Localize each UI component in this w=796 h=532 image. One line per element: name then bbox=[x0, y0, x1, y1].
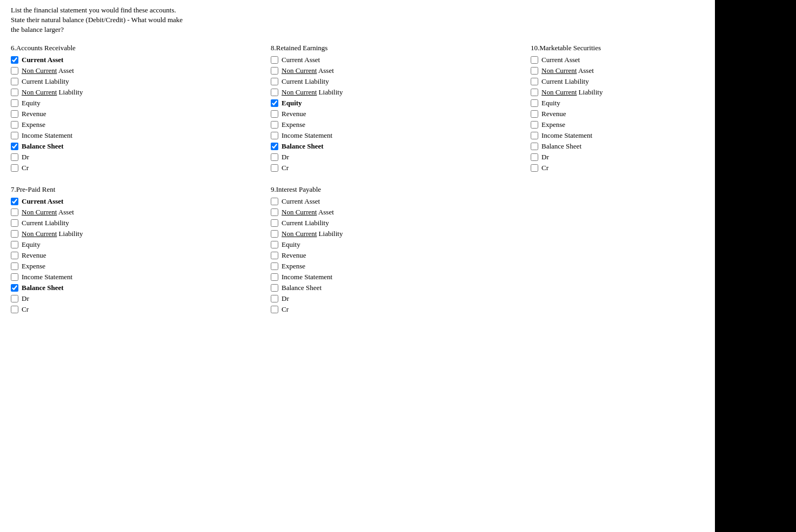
option-label: Income Statement bbox=[541, 131, 592, 140]
option-checkbox[interactable] bbox=[11, 284, 18, 292]
option-checkbox[interactable] bbox=[11, 306, 18, 313]
option-checkbox[interactable] bbox=[11, 273, 18, 281]
question-block-q6: 6.Accounts ReceivableCurrent AssetNon Cu… bbox=[11, 44, 265, 174]
option-checkbox[interactable] bbox=[271, 306, 278, 313]
option-checkbox[interactable] bbox=[11, 143, 18, 150]
option-checkbox[interactable] bbox=[271, 164, 278, 172]
option-row: Balance Sheet bbox=[271, 284, 525, 292]
option-checkbox[interactable] bbox=[531, 78, 538, 85]
option-label: Equity bbox=[22, 99, 41, 107]
option-label: Dr bbox=[541, 153, 549, 161]
option-checkbox[interactable] bbox=[11, 252, 18, 259]
option-row: Current Liability bbox=[271, 77, 525, 86]
option-checkbox[interactable] bbox=[531, 121, 538, 129]
option-checkbox[interactable] bbox=[271, 143, 278, 150]
option-checkbox[interactable] bbox=[11, 208, 18, 216]
option-checkbox[interactable] bbox=[531, 110, 538, 118]
option-row: Dr bbox=[271, 153, 525, 161]
option-row: Dr bbox=[271, 294, 525, 303]
option-checkbox[interactable] bbox=[11, 230, 18, 238]
option-checkbox[interactable] bbox=[11, 219, 18, 227]
option-checkbox[interactable] bbox=[11, 121, 18, 129]
option-label: Non Current Asset bbox=[282, 66, 334, 75]
option-row: Non Current Liability bbox=[11, 88, 265, 97]
option-label: Cr bbox=[541, 164, 548, 172]
option-checkbox[interactable] bbox=[271, 153, 278, 161]
option-label: Dr bbox=[22, 294, 29, 303]
option-checkbox[interactable] bbox=[271, 198, 278, 205]
option-checkbox[interactable] bbox=[11, 89, 18, 96]
option-checkbox[interactable] bbox=[531, 89, 538, 96]
question-block-q9: 9.Interest PayableCurrent AssetNon Curre… bbox=[271, 185, 525, 316]
option-row: Expense bbox=[11, 120, 265, 129]
option-checkbox[interactable] bbox=[11, 99, 18, 107]
option-row: Cr bbox=[271, 305, 525, 314]
option-checkbox[interactable] bbox=[271, 99, 278, 107]
option-row: Income Statement bbox=[271, 131, 525, 140]
option-row: Expense bbox=[271, 262, 525, 271]
option-label: Income Statement bbox=[282, 131, 332, 140]
option-checkbox[interactable] bbox=[271, 132, 278, 139]
option-label: Balance Sheet bbox=[282, 284, 322, 292]
questions-grid: 6.Accounts ReceivableCurrent AssetNon Cu… bbox=[11, 44, 785, 316]
option-label: Expense bbox=[22, 120, 45, 129]
option-checkbox[interactable] bbox=[11, 78, 18, 85]
option-checkbox[interactable] bbox=[271, 56, 278, 64]
option-checkbox[interactable] bbox=[11, 56, 18, 64]
option-checkbox[interactable] bbox=[271, 241, 278, 248]
option-checkbox[interactable] bbox=[271, 121, 278, 129]
option-label: Dr bbox=[22, 153, 29, 161]
option-checkbox[interactable] bbox=[271, 78, 278, 85]
option-checkbox[interactable] bbox=[271, 110, 278, 118]
option-row: Expense bbox=[271, 120, 525, 129]
question-title-q9: 9.Interest Payable bbox=[271, 185, 525, 194]
option-label: Current Asset bbox=[541, 56, 580, 64]
option-checkbox[interactable] bbox=[271, 284, 278, 292]
option-row: Current Asset bbox=[271, 56, 525, 64]
option-checkbox[interactable] bbox=[271, 67, 278, 75]
option-row: Income Statement bbox=[271, 273, 525, 281]
option-checkbox[interactable] bbox=[271, 273, 278, 281]
option-checkbox[interactable] bbox=[271, 89, 278, 96]
option-checkbox[interactable] bbox=[271, 208, 278, 216]
option-checkbox[interactable] bbox=[531, 132, 538, 139]
option-checkbox[interactable] bbox=[271, 262, 278, 270]
option-row: Equity bbox=[271, 240, 525, 249]
option-checkbox[interactable] bbox=[11, 164, 18, 172]
option-row: Income Statement bbox=[11, 273, 265, 281]
option-checkbox[interactable] bbox=[531, 153, 538, 161]
option-checkbox[interactable] bbox=[11, 262, 18, 270]
option-checkbox[interactable] bbox=[11, 241, 18, 248]
option-checkbox[interactable] bbox=[271, 295, 278, 302]
option-row: Balance Sheet bbox=[271, 142, 525, 151]
option-label: Revenue bbox=[541, 110, 566, 118]
option-label: Equity bbox=[22, 240, 41, 249]
right-panel bbox=[715, 0, 796, 321]
option-checkbox[interactable] bbox=[531, 99, 538, 107]
option-row: Non Current Asset bbox=[271, 66, 525, 75]
option-checkbox[interactable] bbox=[11, 198, 18, 205]
option-label: Expense bbox=[282, 120, 305, 129]
option-checkbox[interactable] bbox=[11, 153, 18, 161]
option-checkbox[interactable] bbox=[531, 164, 538, 172]
option-checkbox[interactable] bbox=[11, 110, 18, 118]
option-checkbox[interactable] bbox=[531, 56, 538, 64]
option-checkbox[interactable] bbox=[11, 295, 18, 302]
option-checkbox[interactable] bbox=[271, 219, 278, 227]
option-row: Revenue bbox=[271, 251, 525, 260]
option-row: Non Current Asset bbox=[271, 208, 525, 217]
option-checkbox[interactable] bbox=[11, 67, 18, 75]
option-label: Current Asset bbox=[22, 56, 63, 64]
option-label: Expense bbox=[541, 120, 565, 129]
option-checkbox[interactable] bbox=[271, 252, 278, 259]
option-label: Equity bbox=[541, 99, 560, 107]
option-checkbox[interactable] bbox=[271, 230, 278, 238]
option-checkbox[interactable] bbox=[11, 132, 18, 139]
option-row: Non Current Asset bbox=[11, 208, 265, 217]
option-row: Current Asset bbox=[271, 197, 525, 206]
option-label: Non Current Asset bbox=[282, 208, 334, 217]
option-row: Non Current Liability bbox=[271, 88, 525, 97]
option-label: Cr bbox=[22, 305, 29, 314]
option-checkbox[interactable] bbox=[531, 67, 538, 75]
option-checkbox[interactable] bbox=[531, 143, 538, 150]
